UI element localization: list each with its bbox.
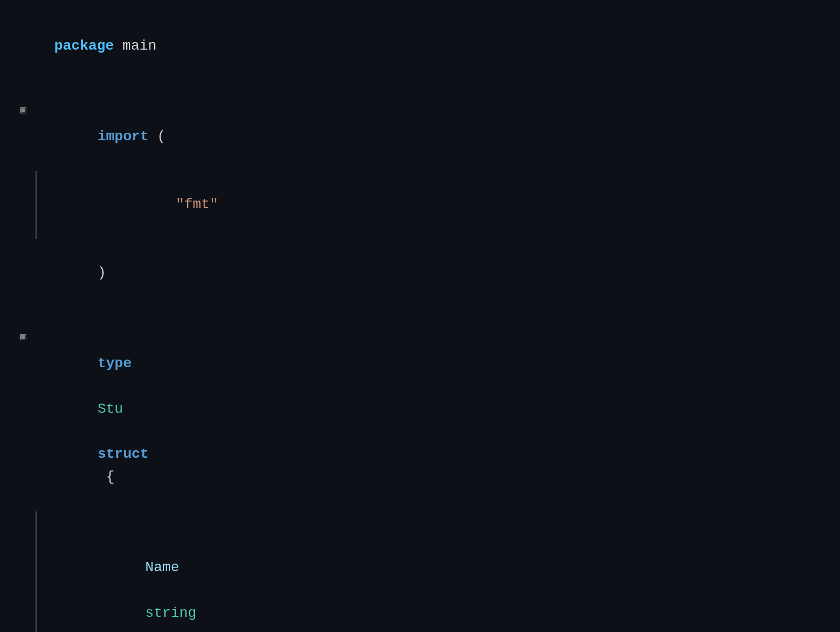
keyword-type: type — [97, 356, 131, 371]
field-name-name: Name — [145, 560, 179, 575]
fold-icon-import: ▣ — [20, 103, 26, 118]
type-block: ▣ type Stu struct { Name string — [20, 330, 820, 632]
import-bar — [35, 171, 43, 239]
struct-bar — [35, 511, 43, 632]
keyword-struct: struct — [97, 446, 148, 462]
line-package: package main — [20, 12, 820, 80]
struct-name: Stu — [97, 401, 123, 417]
import-fmt: "fmt" — [176, 196, 218, 212]
keyword-import: import — [97, 129, 148, 144]
top-code-panel: package main ▣ import ( "fmt" ) ▣ — [0, 0, 840, 632]
keyword-package: package — [54, 38, 114, 54]
line-blank-1 — [20, 80, 820, 103]
fold-icon-struct: ▣ — [20, 330, 26, 345]
line-blank-2 — [20, 307, 820, 330]
import-block: ▣ import ( "fmt" ) — [20, 103, 820, 307]
field-type-string: string — [145, 605, 197, 621]
